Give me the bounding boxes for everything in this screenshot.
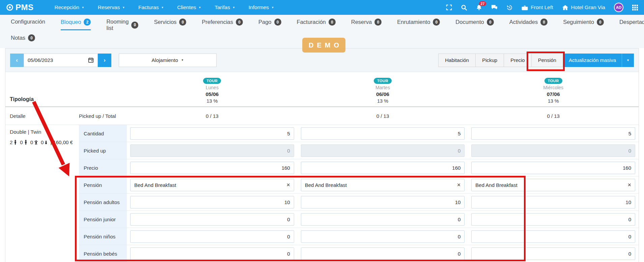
- tab-documento[interactable]: Documento0: [455, 19, 494, 29]
- input-value: 0: [458, 234, 460, 239]
- picked-up-input[interactable]: 0: [301, 144, 465, 157]
- menu-facturas[interactable]: Facturas▼: [138, 4, 164, 10]
- pension-ninos-input[interactable]: 0: [130, 230, 294, 243]
- chat-icon[interactable]: [491, 4, 498, 10]
- room-block: Double | Twin 2000| 160,00 € Cantidad555…: [5, 125, 639, 262]
- app-logo[interactable]: PMS: [6, 3, 34, 12]
- clear-icon[interactable]: ×: [457, 182, 461, 188]
- day-date: 05/06: [205, 91, 219, 97]
- tab-preferencias[interactable]: Preferencias0: [202, 19, 243, 29]
- occupancy-count: 2: [10, 139, 12, 145]
- menu-informes[interactable]: Informes▼: [249, 4, 274, 10]
- cantidad-input[interactable]: 5: [301, 127, 465, 140]
- pension-adultos-input[interactable]: 10: [301, 196, 465, 208]
- chevron-down-icon: ▼: [161, 6, 164, 9]
- search-icon[interactable]: [461, 4, 467, 11]
- tab-label: Pago: [258, 19, 272, 25]
- bulk-update-button[interactable]: Actualización masiva ▼: [563, 54, 634, 67]
- row-label: Precio: [79, 159, 127, 176]
- hotel-selector[interactable]: Hotel Gran Via: [562, 4, 605, 10]
- input-value: 10: [284, 199, 290, 205]
- pension-junior-input[interactable]: 0: [301, 213, 465, 226]
- tab-reserva[interactable]: Reserva0: [351, 19, 382, 29]
- pension-ninos-input[interactable]: 0: [471, 230, 635, 243]
- calendar-icon[interactable]: [88, 57, 94, 63]
- baby-icon: [45, 140, 48, 144]
- bloqueo-panel: ‹ 05/06/2023 › Alojamiento ▼ HabitaciónP…: [5, 48, 639, 262]
- fullscreen-icon[interactable]: [446, 4, 452, 10]
- cantidad-input[interactable]: 5: [471, 127, 635, 140]
- room-type-name[interactable]: Double | Twin: [10, 129, 77, 135]
- input-value: 0: [628, 251, 631, 257]
- tab-facturacion[interactable]: Facturación0: [297, 19, 336, 29]
- workstation-selector[interactable]: Front Left: [522, 4, 553, 10]
- tab-servicios[interactable]: Servicios0: [154, 19, 186, 29]
- row-label: Cantidad: [79, 125, 127, 142]
- input-value: 0: [628, 148, 631, 154]
- tab-bloqueo[interactable]: Bloqueo2: [61, 19, 91, 30]
- day-column-header: TOURLunes05/0613 %: [127, 78, 298, 106]
- tab-label: Notas: [11, 35, 25, 41]
- view-button-habitacion[interactable]: Habitación: [439, 54, 476, 67]
- row-pension-adultos: Pensión adultos101010: [79, 194, 639, 211]
- pension-select[interactable]: Bed And Breakfast×: [130, 179, 294, 191]
- picked-up-input[interactable]: 0: [471, 144, 635, 157]
- input-value: Bed And Breakfast: [305, 182, 347, 188]
- notifications-bell-icon[interactable]: 27: [476, 4, 482, 11]
- history-icon[interactable]: [506, 4, 513, 11]
- precio-input[interactable]: 160: [471, 162, 635, 174]
- room-info-cell: Double | Twin 2000| 160,00 €: [5, 125, 79, 262]
- view-button-pickup[interactable]: Pickup: [476, 54, 504, 67]
- input-value: 160: [623, 165, 631, 171]
- tab-count-badge: 0: [487, 19, 494, 26]
- precio-input[interactable]: 160: [130, 162, 294, 174]
- demo-watermark: DEMO: [302, 38, 345, 53]
- user-avatar[interactable]: AD: [614, 3, 623, 12]
- picked-total-value: 0 / 13: [298, 113, 468, 119]
- tab-configuracion[interactable]: Configuración: [11, 19, 45, 29]
- tab-label: Rooming list: [106, 19, 129, 31]
- pension-bebes-input[interactable]: 0: [471, 248, 635, 260]
- view-button-precio[interactable]: Precio: [504, 54, 532, 67]
- input-value: 5: [628, 131, 631, 136]
- view-button-pension[interactable]: Pensión: [532, 54, 563, 67]
- pension-ninos-input[interactable]: 0: [301, 230, 465, 243]
- pension-junior-input[interactable]: 0: [130, 213, 294, 226]
- picked-up-input[interactable]: 0: [130, 144, 294, 157]
- prev-day-button[interactable]: ‹: [10, 54, 24, 67]
- tab-actividades[interactable]: Actividades0: [509, 19, 548, 29]
- occupancy-count: 0: [20, 139, 23, 145]
- chevron-down-icon[interactable]: ▼: [622, 54, 634, 67]
- pension-select[interactable]: Bed And Breakfast×: [301, 179, 465, 191]
- clear-icon[interactable]: ×: [627, 182, 631, 188]
- chevron-down-icon: ▼: [271, 6, 274, 9]
- apps-grid-icon[interactable]: [632, 5, 638, 10]
- tab-count-badge: 0: [329, 19, 336, 26]
- cantidad-input[interactable]: 5: [130, 127, 294, 140]
- pension-adultos-input[interactable]: 10: [471, 196, 635, 208]
- pension-bebes-input[interactable]: 0: [130, 248, 294, 260]
- tab-rooming-list[interactable]: Rooming list0: [106, 19, 138, 35]
- pension-bebes-input[interactable]: 0: [301, 248, 465, 260]
- tab-count-badge: 0: [540, 19, 548, 26]
- clear-icon[interactable]: ×: [286, 182, 290, 188]
- input-value: 5: [287, 131, 290, 136]
- pension-adultos-input[interactable]: 10: [130, 196, 294, 208]
- date-input[interactable]: 05/06/2023: [24, 54, 98, 67]
- menu-recepcion[interactable]: Recepción▼: [55, 4, 84, 10]
- next-day-button[interactable]: ›: [98, 54, 111, 67]
- tab-pago[interactable]: Pago0: [258, 19, 281, 29]
- menu-clientes[interactable]: Clientes▼: [177, 4, 201, 10]
- menu-reservas[interactable]: Reservas▼: [98, 4, 125, 10]
- product-filter-dropdown[interactable]: Alojamiento ▼: [119, 54, 217, 67]
- row-label: Pensión niños: [79, 228, 127, 245]
- tab-despertador[interactable]: Despertador0: [619, 19, 644, 29]
- pension-junior-input[interactable]: 0: [471, 213, 635, 226]
- precio-input[interactable]: 160: [301, 162, 465, 174]
- day-date: 06/06: [376, 91, 389, 97]
- tab-enrutamiento[interactable]: Enrutamiento0: [397, 19, 440, 29]
- tab-seguimiento[interactable]: Seguimiento0: [563, 19, 604, 29]
- menu-tarifas[interactable]: Tarifas▼: [215, 4, 235, 10]
- pension-select[interactable]: Bed And Breakfast×: [471, 179, 635, 191]
- tab-notas[interactable]: Notas0: [11, 34, 35, 45]
